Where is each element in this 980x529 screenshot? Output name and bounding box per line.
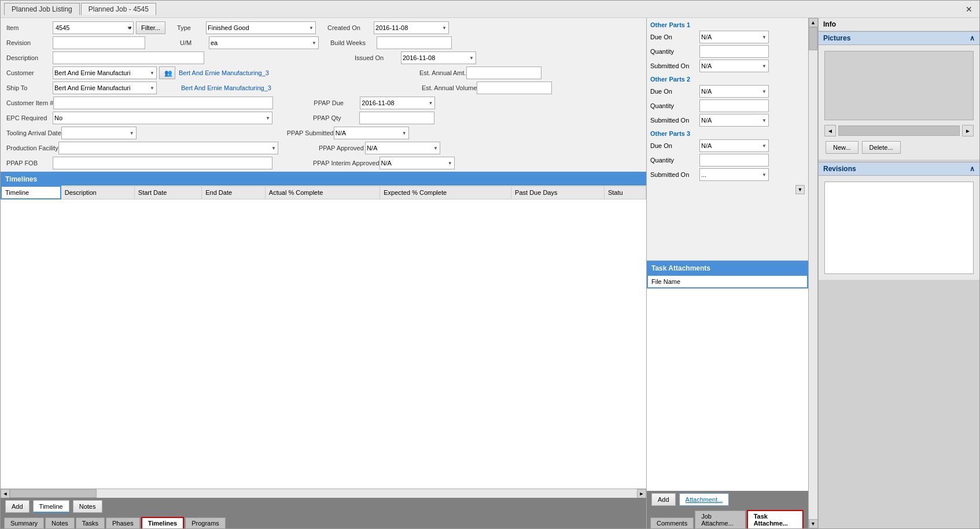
scroll-down-arrow[interactable]: ▼	[795, 185, 805, 194]
est-annual-amt-input[interactable]	[466, 66, 541, 79]
pictures-delete-button[interactable]: Delete...	[862, 141, 901, 154]
production-facility-select[interactable]	[58, 142, 278, 154]
ppap-due-select[interactable]: 2016-11-08	[360, 97, 435, 109]
other-parts-2-title: Other Parts 2	[650, 76, 805, 83]
op2-due-select[interactable]: N/A	[699, 85, 769, 98]
issued-on-select[interactable]: 2016-11-08	[401, 51, 476, 64]
task-attachments-action-bar: Add Attachment...	[647, 491, 808, 508]
scroll-down-wrapper: ▼	[650, 183, 805, 194]
est-annual-volume-input[interactable]	[477, 82, 552, 94]
title-tab-job[interactable]: Planned Job - 4545	[81, 3, 156, 15]
revision-input[interactable]	[53, 36, 145, 49]
main-vscrollbar[interactable]: ▲ ▼	[808, 18, 817, 528]
description-label: Description	[6, 54, 53, 61]
est-annual-volume-label: Est. Annual Volume	[422, 84, 477, 91]
op3-submitted-select[interactable]: ...	[699, 168, 769, 181]
close-button[interactable]: ✕	[962, 3, 976, 15]
add-timeline-button[interactable]: Add	[5, 500, 30, 513]
tab-notes[interactable]: Notes	[45, 517, 75, 528]
ppap-approved-label: PPAP Approved	[319, 145, 365, 151]
vscroll-up[interactable]: ▲	[809, 18, 818, 27]
op1-submitted-select[interactable]: N/A	[699, 60, 769, 72]
task-attachments-data-table: File Name	[647, 275, 808, 288]
ppap-qty-input[interactable]	[359, 112, 434, 124]
epc-required-select[interactable]: No	[53, 112, 272, 124]
op1-due-label: Due On	[650, 34, 699, 40]
customer-item-input[interactable]	[53, 97, 273, 109]
revisions-header: Revisions ∧	[819, 162, 979, 176]
item-input[interactable]	[53, 21, 134, 34]
production-facility-label: Production Facility	[6, 145, 58, 151]
op1-qty-input[interactable]	[699, 45, 769, 58]
customer-search-button[interactable]: 👥	[159, 66, 175, 79]
hscroll-left[interactable]: ◄	[1, 489, 10, 498]
op3-submitted-label: Submitted On	[650, 171, 699, 178]
op1-due-select[interactable]: N/A	[699, 31, 769, 43]
tab-timelines[interactable]: Timelines	[141, 517, 185, 528]
tab-task-attachments[interactable]: Task Attachme...	[747, 510, 804, 528]
col-expected-pct: Expected % Complete	[380, 186, 511, 199]
info-panel: Info Pictures ∧ ◄ ► New...	[817, 18, 979, 528]
form-area: Item ▼ Filter... Type Finished Good Crea…	[1, 18, 646, 172]
op2-submitted-select[interactable]: N/A	[699, 114, 769, 127]
tab-phases[interactable]: Phases	[106, 517, 140, 528]
col-status: Statu	[604, 186, 646, 199]
type-select[interactable]: Finished Good	[206, 21, 316, 34]
um-select[interactable]: ea	[209, 36, 319, 49]
col-start-date: Start Date	[134, 186, 201, 199]
timelines-hscrollbar[interactable]: ◄ ►	[1, 489, 646, 498]
ship-to-select[interactable]: Bert And Ernie Manufacturi	[53, 82, 157, 94]
tab-programs[interactable]: Programs	[185, 517, 226, 528]
hscroll-right[interactable]: ►	[637, 489, 646, 498]
revisions-display	[824, 182, 974, 274]
created-on-select[interactable]: 2016-11-08	[374, 21, 449, 34]
pictures-new-button[interactable]: New...	[826, 141, 859, 154]
title-tab-listing[interactable]: Planned Job Listing	[4, 3, 80, 15]
tab-tasks[interactable]: Tasks	[76, 517, 105, 528]
ship-to-link[interactable]: Bert And Ernie Manufacturing_3	[181, 84, 271, 91]
ppap-submitted-select[interactable]: N/A	[334, 127, 409, 139]
pictures-next-btn[interactable]: ►	[962, 125, 974, 136]
timeline-button[interactable]: Timeline	[33, 500, 69, 513]
item-label: Item	[6, 24, 53, 31]
tab-comments[interactable]: Comments	[650, 517, 694, 528]
op2-qty-input[interactable]	[699, 99, 769, 112]
pictures-collapse-icon[interactable]: ∧	[970, 34, 975, 42]
timelines-header: Timelines	[1, 173, 646, 186]
task-attachments-section: Task Attachments File Name Add Attachmen…	[647, 261, 808, 528]
vscroll-track[interactable]	[809, 27, 817, 519]
vscroll-thumb[interactable]	[809, 27, 817, 50]
op3-qty-input[interactable]	[699, 154, 769, 167]
filter-button[interactable]: Filter...	[136, 21, 165, 34]
op3-due-select[interactable]: N/A	[699, 139, 769, 152]
customer-link[interactable]: Bert And Ernie Manufacturing_3	[179, 69, 269, 76]
tab-summary[interactable]: Summary	[4, 517, 44, 528]
ppap-fob-input[interactable]	[53, 157, 272, 169]
tooling-arrival-label: Tooling Arrival Date	[6, 130, 61, 136]
notes-button[interactable]: Notes	[73, 500, 102, 513]
left-panel: Item ▼ Filter... Type Finished Good Crea…	[1, 18, 646, 528]
other-parts-3: Other Parts 3 Due On N/A Quantity	[650, 130, 805, 181]
op1-qty-label: Quantity	[650, 48, 699, 55]
add-attachment-button[interactable]: Add	[651, 493, 676, 506]
ppap-interim-select[interactable]: N/A	[380, 157, 455, 169]
pictures-prev-btn[interactable]: ◄	[824, 125, 836, 136]
customer-select[interactable]: Bert And Ernie Manufacturi	[53, 66, 157, 79]
tab-job-attachments[interactable]: Job Attachme...	[695, 510, 745, 528]
vscroll-down[interactable]: ▼	[809, 519, 818, 528]
pictures-nav-track[interactable]	[838, 125, 960, 136]
col-description: Description	[61, 186, 135, 199]
tooling-arrival-select[interactable]	[61, 127, 137, 139]
ppap-fob-label: PPAP FOB	[6, 160, 53, 167]
col-past-due: Past Due Days	[511, 186, 605, 199]
attachment-button[interactable]: Attachment...	[679, 493, 730, 506]
hscroll-thumb[interactable]	[10, 489, 97, 498]
ppap-approved-select[interactable]: N/A	[365, 142, 440, 154]
description-input[interactable]	[53, 51, 204, 64]
build-weeks-label: Build Weeks	[330, 39, 377, 46]
ppap-due-label: PPAP Due	[314, 99, 360, 106]
revisions-collapse-icon[interactable]: ∧	[970, 165, 975, 173]
pictures-section: Pictures ∧ ◄ ► New... Delete...	[819, 31, 979, 160]
build-weeks-input[interactable]	[377, 36, 452, 49]
hscroll-track[interactable]	[10, 489, 637, 498]
